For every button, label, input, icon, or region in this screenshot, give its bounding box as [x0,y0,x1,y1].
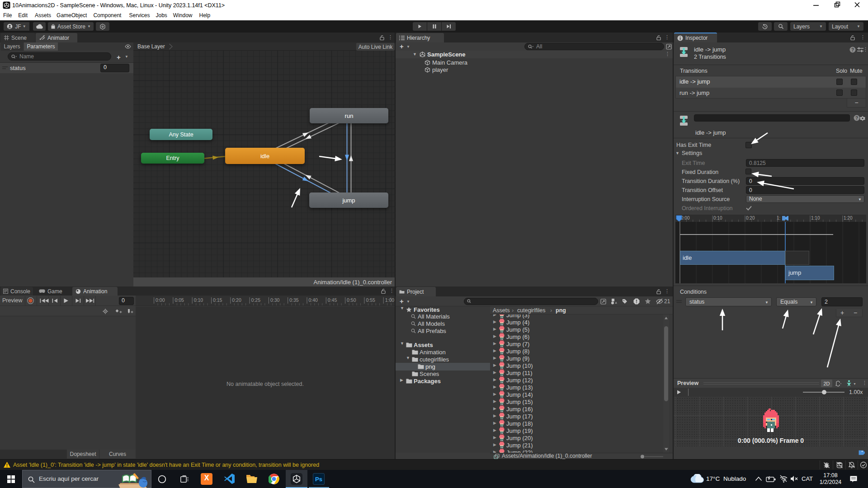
svg-text:0:55: 0:55 [366,297,375,303]
svg-text:0:10: 0:10 [713,216,722,221]
svg-text:0:00: 0:00 [681,216,690,221]
svg-text:?: ? [851,47,854,52]
svg-text:0:25: 0:25 [251,297,261,303]
svg-text:0:40: 0:40 [309,297,318,303]
svg-text:0:00: 0:00 [156,297,165,303]
svg-text:0:50: 0:50 [347,297,356,303]
svg-text:?: ? [855,116,858,121]
svg-text:0:30: 0:30 [270,297,280,303]
svg-text:1:: 1: [777,216,780,221]
svg-text:0:20: 0:20 [746,216,755,221]
svg-text:0:20: 0:20 [232,297,241,303]
svg-text:1:20: 1:20 [844,216,853,221]
svg-text:0:45: 0:45 [328,297,337,303]
svg-text:0:10: 0:10 [194,297,203,303]
svg-text:0:35: 0:35 [289,297,299,303]
svg-text:0:15: 0:15 [213,297,222,303]
svg-text:0:05: 0:05 [175,297,184,303]
svg-text:1:10: 1:10 [811,216,820,221]
